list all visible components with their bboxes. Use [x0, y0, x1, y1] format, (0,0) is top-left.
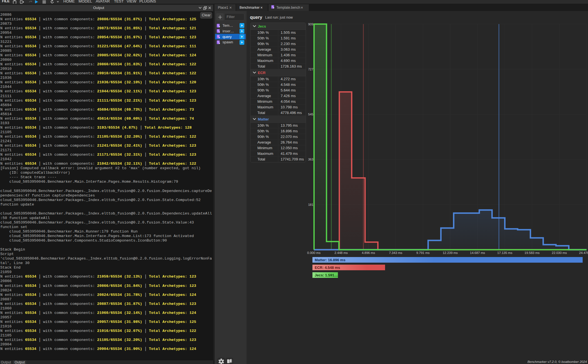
- svg-text:19.583 ms: 19.583 ms: [524, 251, 540, 254]
- svg-text:909: 909: [308, 23, 313, 26]
- svg-text:181: 181: [308, 203, 313, 206]
- svg-text:22.030 ms: 22.030 ms: [552, 251, 567, 254]
- svg-text:4.896 ms: 4.896 ms: [362, 251, 375, 254]
- svg-text:Matter: 16.896 ms: Matter: 16.896 ms: [315, 258, 345, 262]
- svg-text:24.478 ms: 24.478 ms: [579, 251, 588, 254]
- svg-text:2.448 ms: 2.448 ms: [334, 251, 348, 254]
- svg-text:0.000 ms: 0.000 ms: [307, 251, 321, 254]
- svg-text:727: 727: [308, 68, 313, 71]
- svg-text:9.791 ms: 9.791 ms: [416, 251, 430, 254]
- svg-text:12.239 ms: 12.239 ms: [443, 251, 458, 254]
- svg-text:545: 545: [308, 113, 313, 116]
- svg-text:Jecs: 1.591…: Jecs: 1.591…: [315, 273, 338, 277]
- svg-text:363: 363: [308, 158, 313, 161]
- svg-text:7.343 ms: 7.343 ms: [389, 251, 403, 254]
- svg-text:ECR: 4.548 ms: ECR: 4.548 ms: [315, 265, 340, 270]
- svg-text:14.687 ms: 14.687 ms: [470, 251, 485, 254]
- svg-text:17.135 ms: 17.135 ms: [497, 251, 512, 254]
